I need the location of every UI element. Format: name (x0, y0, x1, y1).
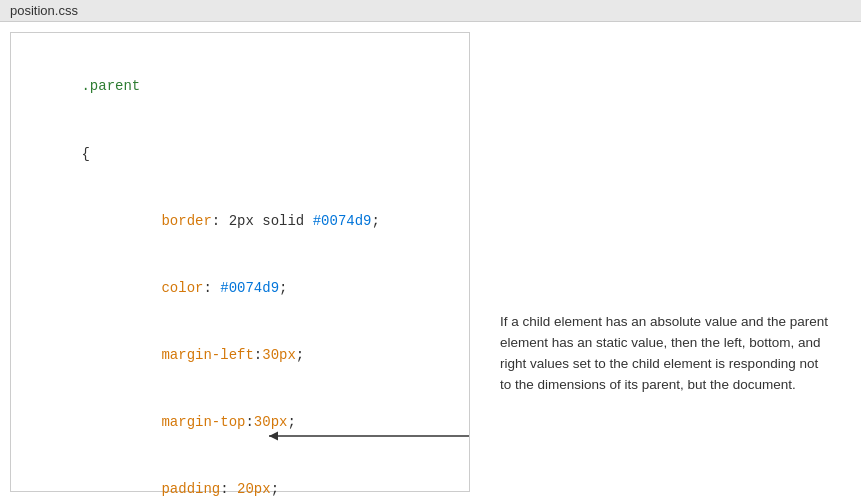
description-text: If a child element has an absolute value… (500, 312, 830, 396)
selector-parent: .parent (81, 78, 140, 94)
main-container: .parent { border: 2px solid #0074d9; col… (0, 22, 861, 502)
code-line-brace-1: { (31, 120, 449, 187)
code-panel: .parent { border: 2px solid #0074d9; col… (10, 32, 470, 492)
code-line-marginleft: margin-left:30px; (31, 322, 449, 389)
code-line-border1: border: 2px solid #0074d9; (31, 187, 449, 254)
code-line-color1: color: #0074d9; (31, 255, 449, 322)
code-line-padding1: padding: 20px; (31, 456, 449, 504)
code-line-margintop: margin-top:30px; (31, 389, 449, 456)
filename-label: position.css (10, 3, 78, 18)
description-panel: If a child element has an absolute value… (490, 32, 830, 492)
code-line-selector-parent: .parent (31, 53, 449, 120)
filename-bar: position.css (0, 0, 861, 22)
